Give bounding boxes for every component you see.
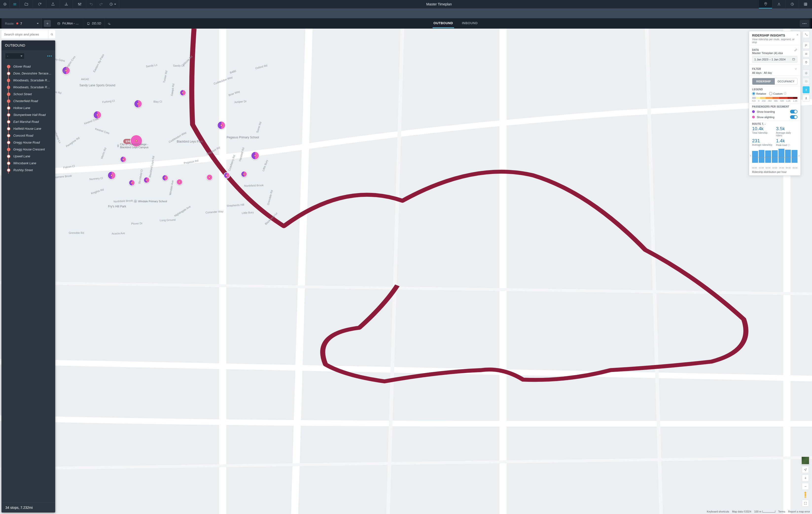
import-button[interactable] — [60, 0, 73, 8]
stat-value: 10.4k — [752, 126, 774, 131]
menu-icon[interactable] — [10, 0, 20, 8]
globe-tool[interactable] — [803, 70, 810, 77]
stop-row[interactable]: Chesterfield Road — [1, 98, 55, 105]
stat-cell: 3.5kAverage daily riders — [776, 126, 798, 137]
search-input[interactable] — [1, 30, 48, 38]
pin-tool[interactable] — [803, 59, 810, 65]
stop-name: Concord Road — [13, 134, 33, 137]
legend-custom-radio[interactable]: Custom ⓘ — [769, 92, 786, 96]
sidebar-more-button[interactable] — [47, 55, 52, 56]
stop-name: Hollow Lane — [13, 106, 30, 110]
main-body: OUTBOUND - Glover RoadDore, Devonshire T… — [0, 29, 812, 514]
hist-bar — [752, 151, 758, 163]
route-color-dot — [16, 23, 18, 24]
calendar-icon — [792, 58, 795, 61]
tab-outbound[interactable]: OUTBOUND — [433, 19, 454, 28]
accessibility-tool[interactable] — [803, 95, 810, 102]
stop-row[interactable]: Stumperlowe Hall Road — [1, 111, 55, 118]
layers-tool[interactable] — [803, 78, 810, 85]
stop-row[interactable]: Upwell Lane — [1, 153, 55, 160]
flag-tool[interactable] — [803, 42, 810, 49]
stat-label: Peak load ⓘ — [776, 143, 798, 147]
app-logo-icon[interactable] — [0, 0, 10, 8]
stat-value: 231 — [752, 138, 774, 143]
stop-row[interactable]: Hatfield House Lane — [1, 125, 55, 132]
redo-button[interactable] — [96, 0, 106, 8]
ridership-tool[interactable] — [803, 86, 810, 93]
metric-toggle: RIDERSHIP OCCUPANCY — [752, 78, 798, 85]
panel-close-button[interactable]: × — [796, 33, 799, 37]
route-label: Route: — [5, 22, 14, 25]
locate-button[interactable] — [802, 466, 809, 473]
stop-dot — [7, 168, 10, 172]
satellite-toggle[interactable] — [801, 456, 810, 465]
show-alighting-toggle[interactable] — [790, 115, 798, 119]
direction-select[interactable]: - — [5, 53, 25, 59]
app-topbar: Master Timeplan — [0, 0, 812, 8]
hist-prev-button[interactable]: ‹ — [750, 154, 751, 157]
stops-list[interactable]: Glover RoadDore, Devonshire Terrace RdWo… — [1, 62, 55, 503]
vehicle-chip[interactable]: DD,SD — [83, 18, 105, 29]
stop-row[interactable]: Dore, Devonshire Terrace Rd — [1, 70, 55, 77]
tab-occupancy[interactable]: OCCUPANCY — [775, 78, 797, 85]
view-schedule-tab[interactable] — [785, 0, 799, 8]
expand-tool[interactable] — [803, 31, 810, 38]
stop-row[interactable]: Wincobank Lane — [1, 160, 55, 167]
sidebar-header: OUTBOUND — [1, 40, 55, 50]
zoom-in-button[interactable] — [802, 475, 809, 482]
legend-relative-radio[interactable]: Relative — [752, 92, 766, 95]
add-route-button[interactable] — [44, 20, 51, 27]
show-alighting-row: Show alighting — [752, 115, 798, 119]
settings-sliders-button[interactable] — [73, 0, 86, 8]
chevron-down-icon — [37, 23, 39, 24]
report-error-link[interactable]: Report a map error — [788, 510, 810, 513]
list-tool[interactable] — [803, 50, 810, 57]
stop-row[interactable]: Glover Road — [1, 63, 55, 70]
hist-bar — [779, 149, 784, 163]
days-chip[interactable]: Fri,Mon - F... — [54, 18, 83, 29]
stop-dot — [7, 92, 10, 96]
export-button[interactable] — [46, 0, 60, 8]
history-button[interactable] — [106, 0, 119, 8]
stop-dot — [7, 141, 10, 144]
filter-expand-button[interactable] — [794, 67, 798, 71]
view-grid-tab[interactable] — [799, 0, 812, 8]
hist-caption: Ridership distribution per hour — [752, 170, 798, 173]
stop-row[interactable]: Woodseats, Scarsdale Rd Btm — [1, 77, 55, 84]
view-route-tab[interactable] — [772, 0, 785, 8]
stop-row[interactable]: Rushby Street — [1, 167, 55, 173]
svg-rect-45 — [805, 496, 805, 498]
keyboard-shortcuts-link[interactable]: Keyboard shortcuts — [707, 510, 729, 513]
toolbar-more-button[interactable] — [800, 20, 809, 27]
chevron-down-icon — [21, 55, 23, 57]
date-range-picker[interactable]: 1 Jan 2023 – 1 Jan 2024 — [752, 56, 798, 63]
hist-next-button[interactable]: › — [799, 154, 800, 157]
pps-section-label: PASSENGERS PER SEGMENT — [752, 105, 798, 108]
terms-link[interactable]: Terms — [778, 510, 785, 513]
paint-chip[interactable] — [105, 18, 113, 29]
refresh-button[interactable] — [33, 0, 46, 8]
tab-ridership[interactable]: RIDERSHIP — [752, 78, 775, 85]
stop-row[interactable]: Woodseats, Scarsdale Rd Btm — [1, 84, 55, 91]
stop-row[interactable]: School Street — [1, 91, 55, 98]
stop-row[interactable]: Gregg House Crescent — [1, 146, 55, 153]
tab-inbound[interactable]: INBOUND — [461, 19, 479, 28]
undo-button[interactable] — [86, 0, 96, 8]
stat-cell: 231Average riders/trip — [752, 138, 774, 147]
open-folder-button[interactable] — [20, 0, 33, 8]
zoom-out-button[interactable] — [802, 483, 809, 490]
search-button[interactable] — [48, 30, 55, 38]
insights-panel: RIDERSHIP INSIGHTS View ridership per ro… — [749, 31, 801, 175]
show-boarding-toggle[interactable] — [790, 110, 798, 113]
edit-data-button[interactable] — [794, 48, 798, 52]
map-canvas[interactable]: END Kensington CresEastern By-PassA4142S… — [0, 29, 812, 514]
stop-row[interactable]: Earl Marshal Road — [1, 118, 55, 125]
stop-dot — [7, 72, 10, 75]
pegman-icon[interactable] — [803, 491, 808, 498]
route-selector[interactable]: Route: 7 — [1, 18, 42, 29]
stop-row[interactable]: Hollow Lane — [1, 105, 55, 111]
view-map-tab[interactable] — [759, 0, 772, 8]
fullscreen-button[interactable] — [802, 500, 809, 507]
stop-row[interactable]: Concord Road — [1, 132, 55, 139]
stop-row[interactable]: Gregg House Road — [1, 139, 55, 146]
